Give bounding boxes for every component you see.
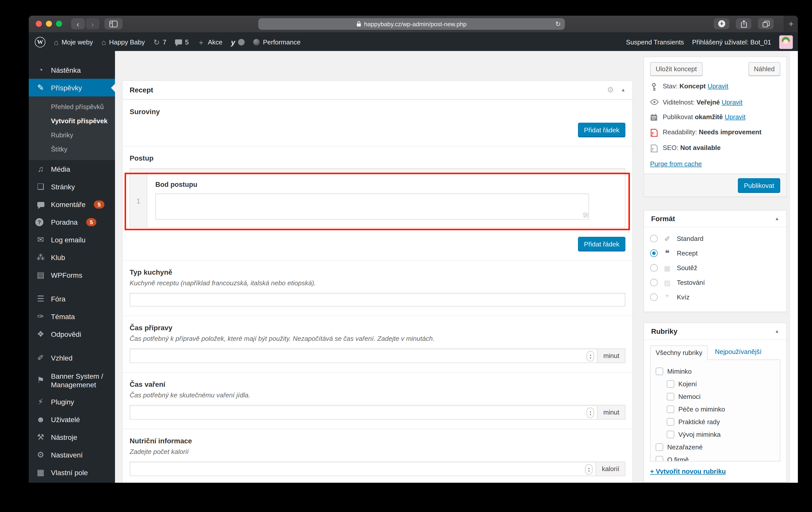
menu-item-appearance[interactable]: ✐ Vzhled [29,349,115,367]
field-description: Čas potřebný ke skutečnému vaření jídla. [129,391,626,399]
menu-item-plugins[interactable]: ⚡ Pluginy [29,393,115,410]
suspend-transients-link[interactable]: Suspend Transients [626,38,684,46]
menu-item-pages[interactable]: ❏ Stránky [29,178,115,195]
kalorie-input[interactable]: ▴▾ [129,461,597,476]
menu-item-posts[interactable]: ✎ Příspěvky [29,79,115,97]
yoast-readability-icon: y [650,129,659,137]
wp-logo-menu[interactable]: W [35,37,46,48]
comments-menu[interactable]: 5 [175,38,188,46]
category-prakticke-rady[interactable]: Praktické rady [656,415,780,428]
yoast-menu[interactable]: y [231,38,245,46]
menu-label: Klub [51,253,65,261]
reload-icon[interactable]: ↻ [555,20,561,28]
dashboard-icon: ◔ [35,65,46,75]
collapse-arrow-icon[interactable]: ▲ [775,329,779,334]
resize-grip-icon[interactable] [583,213,588,218]
category-pece-o-miminko[interactable]: Péče o miminko [656,403,780,415]
submenu-item-all-posts[interactable]: Přehled příspěvků [29,100,115,114]
category-kojeni[interactable]: Kojení [656,378,780,390]
format-option-kviz[interactable]: ❞ Kvíz [650,290,780,304]
add-row-button[interactable]: Přidat řádek [578,123,626,137]
address-bar[interactable]: happybaby.cz/wp-admin/post-new.php ↻ [258,18,565,30]
logged-in-user-label[interactable]: Přihlášený uživatel: Bot_01 [692,38,771,46]
category-nezarazene[interactable]: Nezařazené [656,441,780,453]
save-draft-button[interactable]: Uložit koncept [650,62,702,76]
category-miminko[interactable]: Miminko [656,365,780,378]
category-vyvoj-miminka[interactable]: Vývoj miminka [656,428,780,441]
number-stepper[interactable]: ▴▾ [586,351,594,361]
cas-pripravy-input[interactable]: ▴▾ [129,348,598,363]
zoom-window-button[interactable] [56,21,62,27]
new-tab-button[interactable]: + [784,16,798,32]
number-stepper[interactable]: ▴▾ [586,407,594,418]
menu-item-users[interactable]: ☻ Uživatelé [29,410,115,428]
format-option-recept[interactable]: ❝ Recept [650,246,780,261]
my-sites-menu[interactable]: ⌂ Moje weby [54,38,93,46]
collapse-arrow-icon[interactable]: ▲ [775,216,779,221]
tab-most-used[interactable]: Nejpoužívanější [715,348,761,359]
performance-icon [254,39,260,46]
menu-item-email-log[interactable]: ✉ Log emailu [29,231,115,248]
format-option-soutez[interactable]: ▦ Soutěž [650,261,780,275]
category-label: Praktické rady [678,418,720,426]
menu-item-topics[interactable]: ✑ Témata [29,307,115,325]
row-number[interactable]: 1 [130,174,147,227]
browser-scrollbar[interactable] [790,51,798,483]
edit-schedule-link[interactable]: Upravit [725,113,746,121]
share-button[interactable] [736,18,752,29]
format-option-standard[interactable]: ✐ Standard [650,231,780,246]
submenu-item-new-post[interactable]: Vytvořit příspěvek [29,114,115,128]
menu-item-media[interactable]: ♫ Média [29,160,115,178]
avatar[interactable] [779,35,793,49]
site-menu[interactable]: ⌂ Happy Baby [102,38,145,46]
purge-from-cache-link[interactable]: Purge from cache [650,160,702,168]
number-stepper[interactable]: ▴▾ [585,464,593,475]
tab-overview-button[interactable] [758,18,774,29]
menu-item-settings[interactable]: ⚙ Nastavení [29,446,115,463]
submenu-item-categories[interactable]: Rubriky [29,128,115,142]
menu-item-replies[interactable]: ❖ Odpovědi [29,325,115,343]
visibility-row: Viditelnost: Veřejné Upravit [644,95,786,110]
menu-label: Témata [51,312,75,320]
publish-button[interactable]: Publikovat [738,178,780,192]
back-button[interactable]: ‹ [71,18,85,29]
media-icon: ♫ [35,164,46,173]
category-o-firme[interactable]: O firmě [656,453,780,461]
share-icon [741,20,747,28]
preview-button[interactable]: Náhled [749,62,780,76]
forward-button[interactable]: › [86,18,99,29]
add-row-button[interactable]: Přidat řádek [578,237,626,251]
performance-menu[interactable]: Performance [254,38,300,46]
bod-postupu-textarea[interactable] [155,193,589,220]
category-nemoci[interactable]: Nemoci [656,390,780,403]
menu-item-klub[interactable]: ⁂ Klub [29,248,115,266]
menu-item-poradna[interactable]: ? Poradna 5 [29,213,115,231]
close-window-button[interactable] [36,21,42,27]
metabox-title: Recept [129,86,153,94]
tab-all-categories[interactable]: Všechny rubriky [650,345,708,360]
typ-kuchyne-input[interactable] [129,293,626,306]
menu-item-wpforms[interactable]: ▤ WPForms [29,266,115,284]
image-icon: ▨ [662,278,672,287]
sidebar-toggle-button[interactable] [105,18,122,29]
menu-item-dashboard[interactable]: ◔ Nástěnka [29,61,115,79]
checkbox [656,443,663,451]
minimize-window-button[interactable] [46,21,52,27]
edit-visibility-link[interactable]: Upravit [722,99,743,106]
add-category-link[interactable]: + Vytvořit novou rubriku [650,467,726,475]
menu-item-banner-system[interactable]: ⚑ Banner System / Managemenet [29,367,115,393]
menu-item-tools[interactable]: ⚒ Nástroje [29,428,115,446]
new-content-menu[interactable]: ＋ Akce [197,38,223,46]
collapse-arrow-icon[interactable]: ▲ [621,87,626,92]
gear-icon[interactable]: ⚙ [607,85,614,95]
updates-menu[interactable]: ↻ 7 [153,38,167,46]
browser-window: ‹ › happybaby.cz/wp-admin/post-new.php ↻ [29,16,798,483]
menu-item-comments[interactable]: Komentáře 5 [29,195,115,213]
menu-item-custom-fields[interactable]: ▦ Vlastní pole [29,463,115,481]
downloads-button[interactable] [714,18,729,29]
menu-item-forums[interactable]: ☰ Fóra [29,290,115,307]
format-option-testovani[interactable]: ▨ Testování [650,275,780,290]
cas-vareni-input[interactable]: ▴▾ [129,405,598,420]
submenu-item-tags[interactable]: Štítky [29,142,115,156]
edit-status-link[interactable]: Upravit [707,82,728,90]
